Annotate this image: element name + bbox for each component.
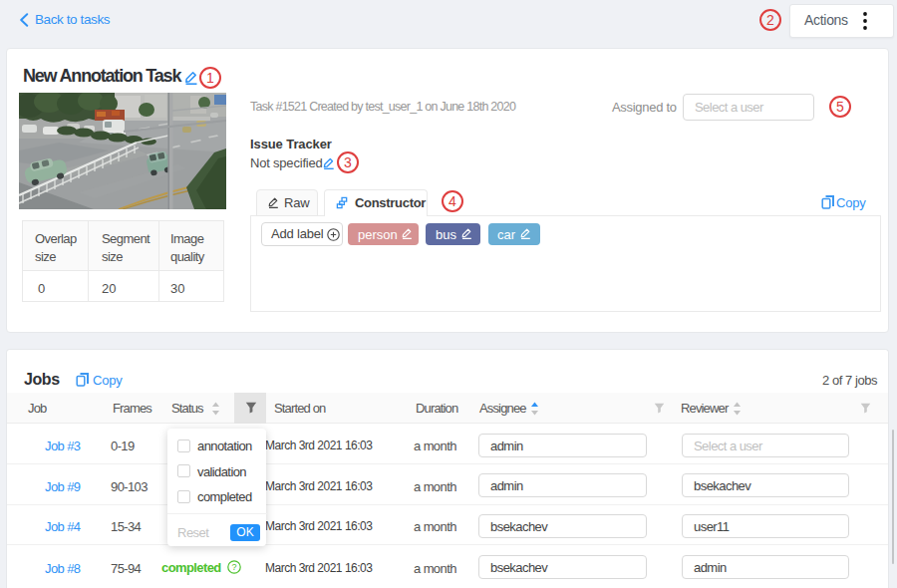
svg-text:?: ? [231, 562, 236, 572]
